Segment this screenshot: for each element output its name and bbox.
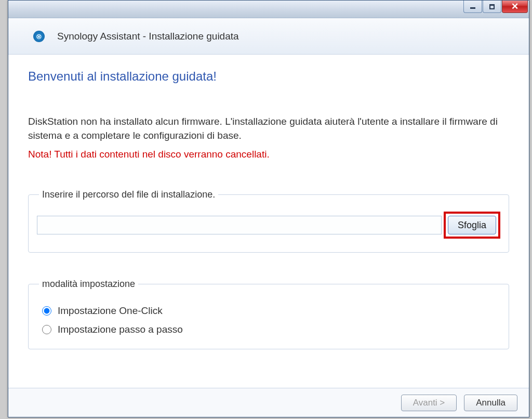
install-path-input[interactable] <box>37 216 442 234</box>
header: Synology Assistant - Installazione guida… <box>8 18 529 55</box>
browse-button[interactable]: Sfoglia <box>448 216 496 234</box>
app-icon <box>33 31 45 42</box>
next-button[interactable]: Avanti > <box>401 395 457 411</box>
maximize-button[interactable] <box>483 1 501 13</box>
file-row: Sfoglia <box>37 212 500 239</box>
mode-legend: modalità impostazione <box>39 279 138 290</box>
app-title: Synology Assistant - Installazione guida… <box>57 31 239 42</box>
content-area: Benvenuti al installazione guidata! Disk… <box>8 55 529 349</box>
file-path-legend: Inserire il percorso del file di install… <box>39 189 218 200</box>
radio-label: Impostazione One-Click <box>58 305 163 317</box>
radio-label: Impostazione passo a passo <box>58 324 183 335</box>
close-button[interactable]: ✕ <box>502 1 528 13</box>
close-icon: ✕ <box>511 2 518 11</box>
mode-fieldset: modalità impostazione Impostazione One-C… <box>28 279 509 349</box>
radio-group: Impostazione One-Click Impostazione pass… <box>37 301 500 335</box>
warning-text: Nota! Tutti i dati contenuti nel disco v… <box>28 149 509 160</box>
minimize-icon <box>470 7 475 9</box>
radio-option-oneclick[interactable]: Impostazione One-Click <box>42 305 500 317</box>
radio-input-stepbystep[interactable] <box>42 325 51 334</box>
browse-highlight: Sfoglia <box>444 212 500 239</box>
maximize-icon <box>489 4 495 9</box>
description-text: DiskStation non ha installato alcun firm… <box>28 115 509 142</box>
installer-window: ✕ Synology Assistant - Installazione gui… <box>8 0 529 417</box>
radio-option-stepbystep[interactable]: Impostazione passo a passo <box>42 324 500 335</box>
file-path-fieldset: Inserire il percorso del file di install… <box>28 189 509 253</box>
titlebar[interactable]: ✕ <box>8 1 529 18</box>
welcome-heading: Benvenuti al installazione guidata! <box>28 69 509 84</box>
radio-input-oneclick[interactable] <box>42 306 51 316</box>
cancel-button[interactable]: Annulla <box>464 395 517 411</box>
minimize-button[interactable] <box>463 1 482 13</box>
footer: Avanti > Annulla <box>8 388 529 417</box>
window-controls: ✕ <box>463 1 529 13</box>
